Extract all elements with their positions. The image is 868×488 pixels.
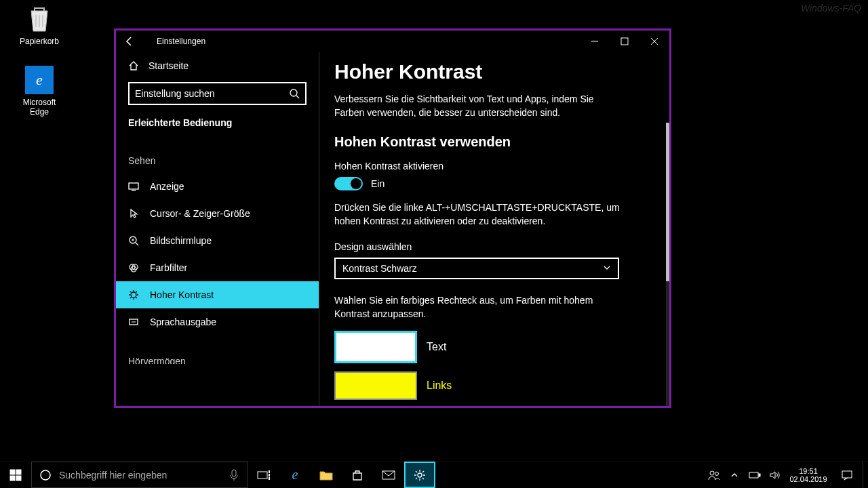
activate-label: Hohen Kontrast aktivieren: [334, 161, 654, 171]
color-hint: Wählen Sie ein farbiges Rechteck aus, um…: [334, 294, 626, 321]
content-pane: Hoher Kontrast Verbessern Sie die Sichtb…: [319, 52, 669, 406]
titlebar: Einstellungen: [116, 30, 669, 52]
cortana-search[interactable]: [31, 462, 248, 488]
svg-line-3: [296, 96, 299, 98]
svg-rect-32: [842, 471, 852, 478]
svg-point-28: [710, 471, 714, 475]
category-heading: Erleichterte Bedienung: [116, 115, 319, 135]
folder-icon: [319, 470, 333, 481]
system-tray: 19:51 02.04.2019: [704, 462, 868, 488]
recycle-bin-icon: [24, 4, 54, 34]
highcontrast-icon: [128, 289, 139, 300]
sidebar-item-label: Farbfilter: [150, 262, 187, 273]
taskbar-app-settings[interactable]: [404, 462, 435, 488]
svg-rect-21: [232, 470, 236, 476]
svg-rect-18: [10, 476, 15, 481]
sidebar-item-cursor[interactable]: Cursor- & Zeiger-Größe: [116, 200, 319, 227]
page-title: Hoher Kontrast: [334, 60, 654, 83]
sidebar-item-colorfilter[interactable]: Farbfilter: [116, 254, 319, 281]
scrollbar-thumb[interactable]: [666, 123, 669, 281]
section-heading-hearing: Hörvermögen: [116, 348, 319, 364]
svg-rect-4: [129, 183, 138, 189]
edge-shortcut[interactable]: e Microsoft Edge: [12, 65, 66, 117]
colorfilter-icon: [128, 262, 139, 273]
svg-rect-31: [759, 474, 760, 476]
minimize-button[interactable]: [580, 30, 610, 52]
sidebar-item-label: Cursor- & Zeiger-Größe: [150, 208, 250, 219]
tray-time: 19:51: [799, 467, 818, 475]
scrollbar[interactable]: [666, 123, 669, 406]
svg-point-27: [418, 473, 422, 477]
svg-point-2: [290, 89, 297, 96]
close-button[interactable]: [639, 30, 669, 52]
tray-chevron-up[interactable]: [724, 462, 745, 488]
svg-rect-19: [16, 476, 21, 481]
display-icon: [128, 181, 139, 192]
tray-clock[interactable]: 19:51 02.04.2019: [785, 462, 831, 488]
edge-icon: e: [292, 467, 298, 483]
taskbar-app-store[interactable]: [342, 462, 373, 488]
tray-battery[interactable]: [745, 462, 765, 488]
svg-point-13: [131, 292, 136, 298]
svg-point-20: [41, 470, 50, 480]
svg-point-29: [715, 472, 719, 475]
mail-icon: [382, 470, 395, 480]
theme-select-value: Kontrast Schwarz: [342, 263, 417, 274]
use-heading: Hohen Kontrast verwenden: [334, 134, 654, 150]
show-desktop-button[interactable]: [863, 462, 868, 488]
sidebar-item-display[interactable]: Anzeige: [116, 173, 319, 200]
sidebar-item-magnifier[interactable]: Bildschirmlupe: [116, 227, 319, 254]
tray-volume[interactable]: [765, 462, 785, 488]
edge-label: Microsoft Edge: [12, 98, 66, 117]
recycle-bin-label: Papierkorb: [12, 37, 66, 46]
store-icon: [351, 469, 363, 481]
search-input[interactable]: [135, 88, 289, 99]
color-label-links: Links: [427, 380, 452, 392]
task-view-button[interactable]: [248, 462, 279, 488]
cortana-input[interactable]: [59, 470, 220, 481]
svg-line-7: [136, 243, 138, 245]
sidebar-item-narrator[interactable]: Sprachausgabe: [116, 308, 319, 336]
search-box[interactable]: [128, 82, 307, 105]
color-swatch-links[interactable]: [334, 371, 417, 400]
sidebar: Startseite Erleichterte Bedienung Sehen …: [116, 52, 319, 406]
svg-rect-17: [16, 470, 21, 474]
sidebar-item-label: Sprachausgabe: [150, 317, 216, 327]
tray-people[interactable]: [704, 462, 724, 488]
taskbar: e 19:51 02.04.2019: [0, 461, 868, 488]
mic-icon[interactable]: [220, 469, 248, 481]
recycle-bin[interactable]: Papierkorb: [12, 4, 66, 46]
color-label-text: Text: [427, 341, 446, 353]
search-icon: [289, 88, 300, 99]
taskbar-app-edge[interactable]: e: [279, 462, 311, 488]
svg-rect-16: [10, 470, 15, 474]
sidebar-item-highcontrast[interactable]: Hoher Kontrast: [116, 281, 319, 308]
section-heading: Sehen: [116, 135, 319, 173]
svg-rect-25: [269, 477, 270, 480]
home-link[interactable]: Startseite: [116, 52, 319, 79]
cursor-icon: [128, 208, 139, 219]
taskbar-app-mail[interactable]: [373, 462, 404, 488]
color-swatch-text[interactable]: [334, 331, 417, 363]
svg-rect-1: [621, 38, 628, 45]
theme-select[interactable]: Kontrast Schwarz: [334, 258, 619, 279]
watermark: Windows-FAQ: [801, 3, 861, 14]
highcontrast-toggle[interactable]: [334, 177, 363, 190]
windows-icon: [9, 469, 22, 481]
gear-icon: [414, 469, 426, 481]
tray-notifications[interactable]: [831, 462, 863, 488]
sidebar-item-label: Anzeige: [150, 181, 184, 192]
svg-rect-30: [749, 472, 758, 478]
page-description: Verbessern Sie die Sichtbarkeit von Text…: [334, 93, 619, 119]
back-button[interactable]: [116, 30, 143, 52]
home-label: Startseite: [149, 60, 189, 71]
maximize-button[interactable]: [610, 30, 639, 52]
sidebar-item-label: Hoher Kontrast: [150, 289, 214, 300]
settings-window: Einstellungen Startseite Erleichterte Be…: [114, 28, 671, 408]
select-theme-label: Design auswählen: [334, 241, 654, 252]
svg-rect-22: [258, 472, 267, 479]
start-button[interactable]: [0, 462, 31, 488]
svg-rect-24: [269, 474, 270, 476]
cortana-icon: [32, 469, 59, 481]
taskbar-app-explorer[interactable]: [311, 462, 342, 488]
